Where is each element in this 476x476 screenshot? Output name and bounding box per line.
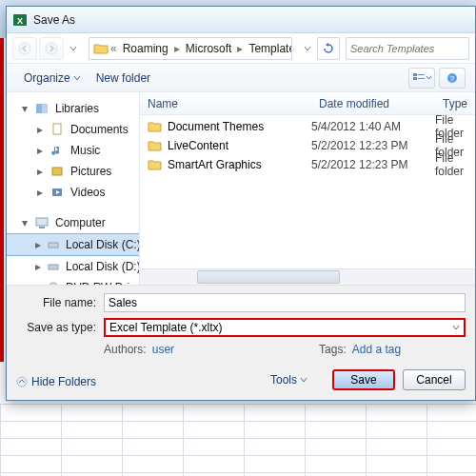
chevron-down-icon — [73, 74, 81, 82]
column-type[interactable]: Type — [435, 97, 475, 110]
search-input[interactable] — [350, 43, 465, 54]
file-row[interactable]: SmartArt Graphics 5/2/2012 12:23 PM File… — [140, 155, 475, 174]
chevron-right-icon: ▸ — [35, 241, 41, 249]
back-button[interactable] — [12, 37, 37, 60]
chevron-down-icon — [69, 45, 77, 52]
organize-button[interactable]: Organize — [16, 69, 89, 88]
sidebar-item-label: Documents — [70, 123, 129, 136]
save-as-dialog: X Save As « Roaming ▸ Microsoft ▸ Templa… — [6, 6, 476, 401]
sidebar-item-local-disk-c[interactable]: ▸ Local Disk (C:) — [7, 233, 139, 256]
computer-icon — [34, 215, 50, 230]
sidebar-item-label: Local Disk (D:) — [66, 260, 140, 273]
folder-icon — [148, 121, 162, 133]
svg-rect-15 — [36, 218, 48, 226]
chevron-right-icon: ▸ — [35, 263, 41, 271]
breadcrumb[interactable]: « Roaming ▸ Microsoft ▸ Templates ▸ — [89, 37, 292, 60]
file-row[interactable]: Document Themes 5/4/2012 1:40 AM File fo… — [140, 117, 475, 136]
new-folder-label: New folder — [96, 71, 150, 85]
refresh-button[interactable] — [317, 37, 340, 60]
sidebar-item-label: Videos — [70, 186, 105, 199]
file-name: LiveContent — [168, 139, 228, 152]
chevron-left-icon: « — [109, 42, 119, 55]
toolbar: Organize New folder ? — [7, 64, 475, 92]
horizontal-scrollbar[interactable] — [140, 268, 475, 285]
sidebar-item-dvd-drive[interactable]: ▸ DVD RW Drive (F:) — [7, 277, 139, 285]
authors-value[interactable]: user — [152, 343, 174, 356]
svg-text:X: X — [17, 16, 23, 26]
sidebar-computer[interactable]: ▾ Computer — [7, 212, 139, 233]
column-date[interactable]: Date modified — [311, 97, 435, 110]
saveastype-value: Excel Template (*.xltx) — [109, 321, 222, 334]
hide-folders-label: Hide Folders — [31, 375, 96, 388]
forward-arrow-icon — [45, 42, 58, 55]
svg-point-3 — [46, 43, 57, 54]
file-pane: Name Date modified Type Document Themes … — [140, 92, 475, 285]
scrollbar-thumb[interactable] — [197, 270, 340, 284]
view-button[interactable] — [408, 68, 435, 89]
sidebar-item-videos[interactable]: ▸ Videos — [7, 182, 139, 203]
save-label: Save — [350, 373, 376, 387]
saveastype-label: Save as type: — [16, 321, 104, 334]
hide-folders-button[interactable]: Hide Folders — [16, 375, 96, 388]
crumb-roaming[interactable]: Roaming — [119, 42, 172, 55]
file-name: SmartArt Graphics — [168, 158, 262, 171]
svg-rect-11 — [42, 104, 48, 113]
column-name[interactable]: Name — [140, 97, 311, 110]
chevron-down-icon — [300, 376, 307, 384]
help-button[interactable]: ? — [439, 68, 466, 89]
nav-history-button[interactable] — [66, 37, 81, 60]
titlebar: X Save As — [7, 7, 475, 33]
svg-rect-16 — [39, 227, 45, 228]
help-icon: ? — [446, 72, 458, 84]
svg-point-21 — [17, 377, 27, 387]
folder-icon — [148, 159, 162, 171]
back-arrow-icon — [18, 42, 31, 55]
cancel-button[interactable]: Cancel — [403, 369, 466, 390]
sidebar-item-pictures[interactable]: ▸ Pictures — [7, 161, 139, 182]
spreadsheet-grid[interactable] — [0, 404, 476, 476]
music-icon — [50, 143, 65, 158]
chevron-right-icon: ▸ — [35, 126, 44, 134]
saveastype-combo[interactable]: Excel Template (*.xltx) — [104, 318, 466, 337]
file-type: File folder — [435, 151, 475, 178]
chevron-down-icon: ▾ — [20, 105, 29, 113]
sidebar-item-music[interactable]: ▸ Music — [7, 140, 139, 161]
svg-rect-6 — [418, 74, 425, 75]
window-title: Save As — [33, 13, 75, 27]
sidebar-libraries[interactable]: ▾ Libraries — [7, 98, 139, 119]
filename-input[interactable] — [104, 293, 466, 312]
disk-icon — [47, 259, 60, 274]
refresh-icon — [323, 43, 334, 54]
filename-label: File name: — [16, 296, 104, 309]
svg-rect-5 — [413, 77, 417, 80]
search-box[interactable] — [346, 37, 469, 60]
breadcrumb-dropdown[interactable] — [300, 37, 315, 60]
libraries-icon — [34, 101, 50, 116]
sidebar-item-label: Pictures — [70, 165, 111, 178]
new-folder-button[interactable]: New folder — [89, 69, 158, 88]
sidebar-item-local-disk-d[interactable]: ▸ Local Disk (D:) — [7, 256, 139, 277]
svg-rect-10 — [36, 104, 42, 113]
file-list: Document Themes 5/4/2012 1:40 AM File fo… — [140, 115, 475, 268]
disk-icon — [47, 237, 60, 252]
pictures-icon — [50, 164, 65, 179]
forward-button[interactable] — [39, 37, 64, 60]
save-button[interactable]: Save — [332, 369, 395, 390]
crumb-templates[interactable]: Templates — [245, 42, 292, 55]
crumb-microsoft[interactable]: Microsoft — [182, 42, 236, 55]
cancel-label: Cancel — [416, 373, 451, 387]
svg-text:?: ? — [450, 74, 455, 83]
sidebar-item-documents[interactable]: ▸ Documents — [7, 119, 139, 140]
svg-point-2 — [19, 43, 30, 54]
chevron-right-icon: ▸ — [35, 168, 44, 176]
sidebar-computer-label: Computer — [55, 216, 106, 229]
file-row[interactable]: LiveContent 5/2/2012 12:23 PM File folde… — [140, 136, 475, 155]
chevron-up-icon — [16, 376, 28, 387]
chevron-right-icon: ▸ — [35, 147, 44, 155]
tools-button[interactable]: Tools — [270, 373, 307, 387]
excel-icon: X — [12, 12, 28, 28]
file-name: Document Themes — [168, 120, 264, 133]
navbar: « Roaming ▸ Microsoft ▸ Templates ▸ — [7, 33, 475, 64]
sidebar-libraries-label: Libraries — [55, 102, 99, 115]
tags-value[interactable]: Add a tag — [352, 343, 401, 356]
